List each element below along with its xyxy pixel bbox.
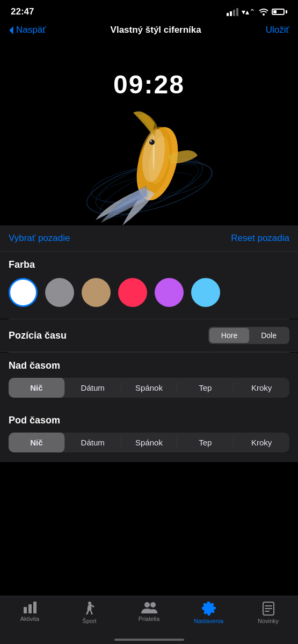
bar-chart-icon [23, 602, 37, 613]
tab-activity-label: Aktivita [20, 616, 39, 622]
svg-rect-14 [33, 602, 37, 613]
tab-settings-label: Nastavenia [194, 618, 223, 624]
svg-rect-20 [265, 608, 272, 609]
doc-text-icon [263, 602, 274, 616]
tab-friends[interactable]: Priatelia [119, 602, 179, 622]
below-time-row: Nič Dátum Spánok Tep Kroky [9, 433, 289, 452]
svg-point-0 [263, 13, 265, 16]
home-indicator [114, 639, 184, 641]
gear-icon [202, 602, 216, 616]
svg-rect-21 [265, 611, 270, 612]
reset-background-button[interactable]: Reset pozadia [231, 233, 289, 244]
nav-title: Vlastný štýl ciferníka [111, 25, 201, 35]
above-time-title: Nad časom [9, 360, 289, 371]
position-section: Pozícia času Hore Dole [0, 319, 298, 352]
above-date-button[interactable]: Dátum [65, 378, 121, 398]
tab-settings[interactable]: Nastavenia [179, 602, 238, 624]
spacer [0, 462, 298, 489]
svg-point-16 [144, 602, 150, 608]
svg-rect-13 [28, 604, 32, 613]
color-section: Farba [0, 252, 298, 319]
position-segmented-control: Hore Dole [208, 327, 289, 344]
below-heart-button[interactable]: Tep [177, 433, 233, 452]
main-content: 09:28 [0, 54, 298, 596]
wifi-icon: ▾▴⌃ [242, 8, 256, 16]
back-button[interactable]: Naspäť [9, 25, 46, 35]
svg-rect-12 [24, 607, 27, 613]
tab-sport-label: Šport [82, 618, 96, 624]
above-steps-button[interactable]: Kroky [234, 378, 289, 398]
svg-point-10 [149, 140, 155, 145]
below-sleep-button[interactable]: Spánok [121, 433, 177, 452]
below-none-button[interactable]: Nič [9, 433, 64, 452]
below-time-section: Pod časom Nič Dátum Spánok Tep Kroky [0, 407, 298, 462]
color-white[interactable] [9, 278, 38, 307]
signal-icon [227, 8, 238, 16]
spacer3 [0, 516, 298, 543]
save-button[interactable]: Uložiť [266, 25, 289, 35]
spacer2 [0, 489, 298, 516]
above-sleep-button[interactable]: Spánok [121, 378, 177, 398]
color-magenta[interactable] [118, 278, 147, 307]
above-time-row: Nič Dátum Spánok Tep Kroky [9, 378, 289, 398]
status-bar: 22:47 ▾▴⌃ [0, 0, 298, 20]
svg-point-11 [150, 140, 152, 142]
color-row [9, 278, 289, 314]
position-label: Pozícia času [9, 330, 67, 341]
position-bottom-button[interactable]: Dole [249, 328, 288, 343]
color-gray[interactable] [45, 278, 74, 307]
color-purple[interactable] [155, 278, 184, 307]
background-links: Vybrať pozadie Reset pozadia [0, 225, 298, 252]
above-heart-button[interactable]: Tep [177, 378, 233, 398]
tab-friends-label: Priatelia [139, 616, 160, 622]
fish-image [74, 80, 224, 225]
status-time: 22:47 [11, 6, 34, 17]
tab-activity[interactable]: Aktivita [0, 602, 60, 622]
back-label: Naspäť [16, 25, 46, 35]
color-tan[interactable] [82, 278, 111, 307]
select-background-button[interactable]: Vybrať pozadie [9, 233, 70, 244]
below-steps-button[interactable]: Kroky [234, 433, 289, 452]
watch-preview: 09:28 [0, 54, 298, 225]
figure-walk-icon [84, 602, 96, 616]
nav-bar: Naspäť Vlastný štýl ciferníka Uložiť [0, 20, 298, 42]
svg-point-17 [150, 602, 156, 608]
below-date-button[interactable]: Dátum [65, 433, 121, 452]
tab-news[interactable]: Novinky [238, 602, 298, 624]
below-time-title: Pod časom [9, 415, 289, 426]
people-icon [141, 602, 157, 613]
battery-icon [272, 9, 287, 15]
watch-time-display: 09:28 [113, 70, 185, 99]
svg-rect-19 [265, 605, 272, 606]
above-time-section: Nad časom Nič Dátum Spánok Tep Kroky [0, 353, 298, 407]
color-title: Farba [9, 259, 289, 270]
tab-news-label: Novinky [258, 618, 279, 624]
status-icons: ▾▴⌃ [227, 8, 287, 16]
position-top-button[interactable]: Hore [209, 328, 249, 343]
tab-bar: Aktivita Šport Priatelia Nastavenia [0, 596, 298, 644]
above-none-button[interactable]: Nič [9, 378, 64, 398]
tab-sport[interactable]: Šport [60, 602, 119, 624]
color-cyan[interactable] [191, 278, 220, 307]
wifi-icon [259, 8, 268, 16]
